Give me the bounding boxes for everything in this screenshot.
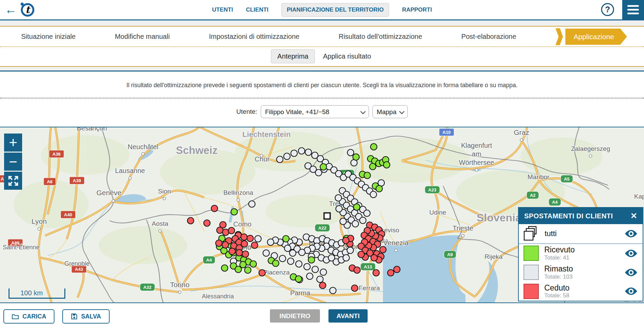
marker-ricevuto[interactable] (245, 267, 251, 274)
marker-rimasto[interactable] (291, 150, 297, 157)
help-button[interactable]: ? (601, 3, 614, 16)
marker-rimasto[interactable] (263, 250, 270, 256)
toggle-visibility-button[interactable] (624, 268, 638, 277)
marker-ricevuto[interactable] (354, 204, 360, 210)
marker-rimasto[interactable] (352, 221, 359, 227)
marker-rimasto[interactable] (335, 195, 342, 201)
marker-ceduto[interactable] (320, 282, 326, 289)
load-button[interactable]: CARICA (3, 309, 54, 324)
marker-rimasto[interactable] (284, 153, 290, 160)
marker-ceduto[interactable] (388, 270, 394, 276)
marker-ceduto[interactable] (343, 237, 349, 244)
marker-rimasto[interactable] (285, 245, 291, 252)
marker-ceduto[interactable] (204, 220, 210, 227)
marker-rimasto[interactable] (320, 269, 327, 276)
toggle-visibility-button[interactable] (624, 249, 638, 258)
close-icon[interactable]: ✕ (630, 212, 637, 220)
marker-ceduto[interactable] (216, 240, 222, 247)
marker-ricevuto[interactable] (283, 236, 289, 242)
map-canvas[interactable]: A36A6A39A40A89A43A79A10A32A4A22A22A13A9A… (0, 127, 644, 303)
marker-ricevuto[interactable] (231, 209, 238, 215)
marker-ceduto[interactable] (222, 242, 229, 248)
step-post-elaborazione[interactable]: Post-elaborazione (461, 33, 516, 41)
marker-ceduto[interactable] (354, 267, 360, 274)
marker-rimasto[interactable] (268, 239, 274, 246)
marker-ricevuto[interactable] (364, 172, 371, 179)
marker-ricevuto[interactable] (376, 186, 383, 192)
marker-ceduto[interactable] (358, 251, 365, 258)
nav-item-pianificazione-del-territorio[interactable]: PIANIFICAZIONE DEL TERRITORIO (281, 3, 389, 17)
subtab-anteprima[interactable]: Anteprima (271, 49, 315, 63)
marker-ricevuto[interactable] (273, 260, 279, 267)
marker-ricevuto[interactable] (250, 261, 257, 267)
step-risultato-dell-ottimizzazione[interactable]: Risultato dell'ottimizzazione (339, 33, 422, 41)
marker-rimasto[interactable] (299, 148, 305, 154)
marker-rimasto[interactable] (279, 255, 286, 262)
marker-ceduto[interactable] (394, 266, 400, 273)
nav-item-rapporti[interactable]: RAPPORTI (402, 6, 432, 13)
marker-ceduto[interactable] (188, 218, 194, 224)
marker-rimasto[interactable] (304, 264, 310, 270)
step-applicazione[interactable]: Applicazione (565, 29, 627, 45)
zoom-out-button[interactable]: − (4, 153, 22, 171)
marker-rimasto[interactable] (277, 156, 283, 163)
user-select[interactable]: Filippo Vitale, +41/−58 (261, 105, 369, 118)
marker-ricevuto[interactable] (222, 265, 228, 271)
save-button[interactable]: SALVA (62, 309, 110, 324)
fullscreen-button[interactable] (4, 172, 22, 190)
step-modifiche-manuali[interactable]: Modifiche manuali (115, 33, 170, 41)
marker-ricevuto[interactable] (320, 164, 327, 170)
marker-ceduto[interactable] (236, 250, 243, 256)
marker-ceduto[interactable] (220, 222, 226, 228)
marker-ricevuto[interactable] (308, 257, 315, 263)
marker-ceduto[interactable] (241, 234, 247, 240)
marker-ricevuto[interactable] (353, 154, 359, 160)
marker-ceduto[interactable] (352, 285, 358, 292)
hamburger-menu-icon[interactable] (622, 0, 644, 19)
marker-rimasto[interactable] (340, 218, 347, 225)
marker-ricevuto[interactable] (371, 144, 377, 150)
marker-rimasto[interactable] (348, 150, 354, 156)
view-mode-select[interactable]: Mappa (372, 105, 408, 118)
marker-ricevuto[interactable] (370, 163, 376, 170)
marker-rimasto[interactable] (249, 201, 255, 207)
marker-ceduto[interactable] (380, 247, 386, 253)
marker-ceduto[interactable] (373, 270, 380, 276)
toggle-visibility-button[interactable] (624, 229, 638, 238)
marker-ceduto[interactable] (228, 228, 235, 234)
marker-ceduto[interactable] (229, 248, 236, 255)
marker-ricevuto[interactable] (235, 266, 242, 273)
toggle-visibility-button[interactable] (624, 286, 638, 296)
step-situazione-iniziale[interactable]: Situazione iniziale (21, 33, 76, 41)
marker-rimasto[interactable] (360, 217, 366, 224)
marker-rimasto[interactable] (299, 249, 305, 256)
nav-item-utenti[interactable]: UTENTI (212, 6, 233, 13)
marker-rimasto[interactable] (317, 276, 323, 283)
marker-ricevuto[interactable] (384, 162, 390, 168)
marker-rimasto[interactable] (312, 266, 319, 273)
subtab-applica-risultato[interactable]: Applica risultato (321, 50, 373, 63)
marker-rimasto[interactable] (370, 191, 377, 198)
marker-rimasto[interactable] (255, 236, 261, 242)
marker-rimasto[interactable] (364, 210, 370, 217)
marker-rimasto[interactable] (288, 258, 294, 265)
marker-rimasto[interactable] (330, 287, 336, 294)
nav-item-clienti[interactable]: CLIENTI (246, 6, 268, 13)
next-button[interactable]: AVANTI (328, 309, 368, 323)
marker-rimasto[interactable] (296, 261, 302, 267)
marker-ceduto[interactable] (252, 242, 258, 249)
step-impostazioni-di-ottimizzazione[interactable]: Impostazioni di ottimizzazione (209, 33, 300, 41)
marker-ceduto[interactable] (247, 235, 254, 242)
marker-rimasto[interactable] (305, 149, 312, 156)
marker-rimasto[interactable] (307, 273, 313, 280)
marker-ceduto[interactable] (259, 270, 265, 276)
marker-ceduto[interactable] (211, 205, 218, 212)
marker-rimasto[interactable] (347, 247, 354, 254)
marker-ceduto[interactable] (371, 255, 377, 261)
marker-rimasto[interactable] (290, 250, 296, 256)
marker-ricevuto[interactable] (295, 276, 302, 282)
back-button[interactable]: INDIETRO (270, 309, 320, 323)
zoom-in-button[interactable]: + (4, 134, 22, 152)
marker-rimasto[interactable] (343, 255, 350, 261)
marker-ceduto[interactable] (242, 251, 249, 257)
